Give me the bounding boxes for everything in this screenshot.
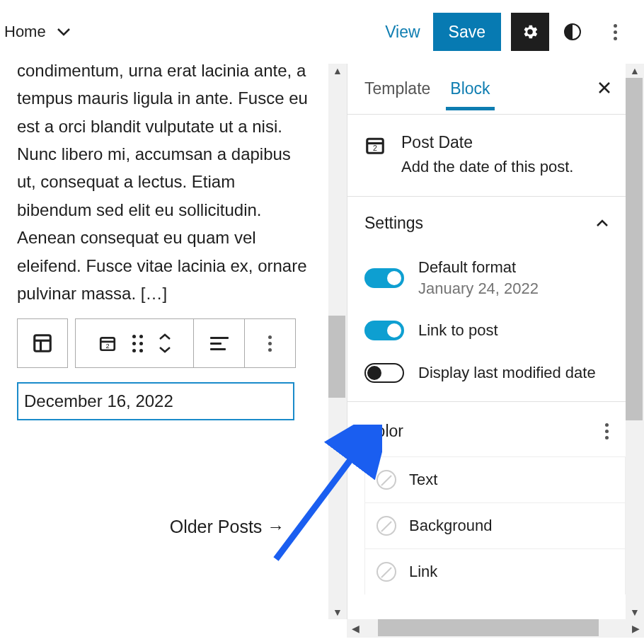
default-format-example: January 24, 2022 (418, 280, 539, 298)
scroll-right-arrow-icon[interactable]: ▶ (627, 623, 644, 634)
block-type-button[interactable]: 2 (98, 334, 117, 352)
scrollbar-thumb[interactable] (378, 619, 599, 636)
scroll-left-arrow-icon[interactable]: ◀ (347, 623, 364, 634)
template-dropdown[interactable]: Home (1, 23, 73, 41)
post-date-icon: 2 (364, 134, 386, 156)
scrollbar-track[interactable] (364, 619, 627, 638)
svg-text:2: 2 (105, 343, 109, 350)
top-toolbar: Home View Save (0, 0, 644, 64)
text-color-label: Text (409, 471, 437, 489)
svg-rect-0 (35, 335, 51, 352)
scroll-down-arrow-icon[interactable]: ▼ (630, 605, 640, 619)
editor-content[interactable]: condimentum, urna erat lacinia ante, a t… (0, 64, 328, 541)
scrollbar-thumb[interactable] (328, 316, 345, 398)
display-modified-row: Display last modified date (364, 352, 609, 394)
chevron-down-icon (57, 28, 70, 36)
background-color-button[interactable]: Background (364, 502, 626, 548)
block-description: Add the date of this post. (401, 158, 573, 176)
link-to-post-toggle[interactable] (364, 321, 404, 340)
sidebar: Template Block 2 Post Date Add the date … (347, 64, 644, 619)
block-header: 2 Post Date Add the date of this post. (347, 115, 626, 197)
settings-button[interactable] (511, 13, 549, 51)
empty-swatch-icon (376, 470, 396, 490)
align-button[interactable] (194, 318, 245, 368)
vertical-dots-icon (614, 24, 617, 40)
move-group (159, 333, 171, 353)
color-panel: Color Text Background Link (347, 402, 626, 594)
sidebar-tabs: Template Block (347, 64, 626, 115)
background-color-label: Background (409, 517, 492, 535)
scroll-up-arrow-icon[interactable]: ▲ (333, 64, 343, 78)
block-more-button[interactable] (245, 318, 296, 368)
contrast-icon (564, 23, 581, 40)
parent-block-button[interactable] (17, 318, 68, 368)
link-color-label: Link (409, 563, 437, 581)
block-toolbar: 2 (17, 318, 310, 368)
text-color-button[interactable]: Text (364, 456, 626, 502)
link-color-button[interactable]: Link (364, 548, 626, 594)
sidebar-horizontal-scrollbar[interactable]: ◀ ▶ (347, 619, 644, 638)
post-excerpt[interactable]: condimentum, urna erat lacinia ante, a t… (17, 64, 310, 307)
settings-panel: Settings Default format January 24, 2022… (347, 197, 626, 402)
sidebar-inner: Template Block 2 Post Date Add the date … (347, 64, 626, 619)
post-date-block[interactable]: December 16, 2022 (17, 382, 294, 420)
styles-button[interactable] (553, 13, 592, 51)
default-format-row: Default format January 24, 2022 (364, 247, 609, 309)
sidebar-vertical-scrollbar[interactable]: ▲ ▼ (626, 64, 644, 619)
more-options-button[interactable] (596, 13, 634, 51)
gear-icon (521, 23, 539, 41)
vertical-dots-icon (605, 423, 609, 439)
settings-panel-toggle[interactable]: Settings (364, 209, 609, 247)
scroll-up-arrow-icon[interactable]: ▲ (630, 64, 640, 78)
move-down-button[interactable] (159, 346, 171, 353)
link-to-post-label: Link to post (418, 321, 498, 340)
scroll-down-arrow-icon[interactable]: ▼ (333, 605, 343, 619)
default-format-toggle[interactable] (364, 268, 404, 288)
older-posts-link[interactable]: Older Posts → (144, 512, 310, 541)
close-sidebar-button[interactable] (597, 78, 611, 100)
close-icon (597, 81, 611, 95)
color-panel-head: Color (364, 415, 626, 456)
empty-swatch-icon (376, 562, 396, 582)
default-format-label: Default format (418, 258, 539, 277)
color-options-button[interactable] (605, 423, 609, 439)
scrollbar-thumb[interactable] (626, 78, 643, 420)
link-to-post-row: Link to post (364, 309, 609, 352)
settings-label: Settings (364, 214, 423, 233)
tab-block[interactable]: Block (450, 79, 490, 98)
display-modified-toggle[interactable] (364, 363, 404, 383)
align-left-icon (210, 337, 229, 350)
template-dropdown-label: Home (4, 23, 46, 41)
empty-swatch-icon (376, 516, 396, 536)
view-link[interactable]: View (372, 23, 432, 42)
block-title: Post Date (401, 133, 573, 152)
tab-template[interactable]: Template (364, 79, 430, 98)
move-up-button[interactable] (159, 333, 171, 340)
display-modified-label: Display last modified date (418, 364, 596, 382)
svg-text:2: 2 (373, 144, 377, 152)
editor-canvas: condimentum, urna erat lacinia ante, a t… (0, 64, 347, 619)
layout-icon (32, 333, 53, 354)
workspace: condimentum, urna erat lacinia ante, a t… (0, 64, 644, 619)
chevron-up-icon (596, 219, 609, 228)
vertical-dots-icon (268, 335, 272, 352)
block-type-group: 2 (75, 318, 194, 368)
scrollbar-track[interactable] (626, 78, 644, 605)
drag-handle[interactable] (132, 335, 143, 352)
calendar-icon: 2 (98, 334, 117, 352)
scrollbar-track[interactable] (328, 78, 347, 605)
color-label: Color (364, 422, 403, 441)
editor-vertical-scrollbar[interactable]: ▲ ▼ (328, 64, 347, 619)
save-button[interactable]: Save (433, 13, 501, 51)
